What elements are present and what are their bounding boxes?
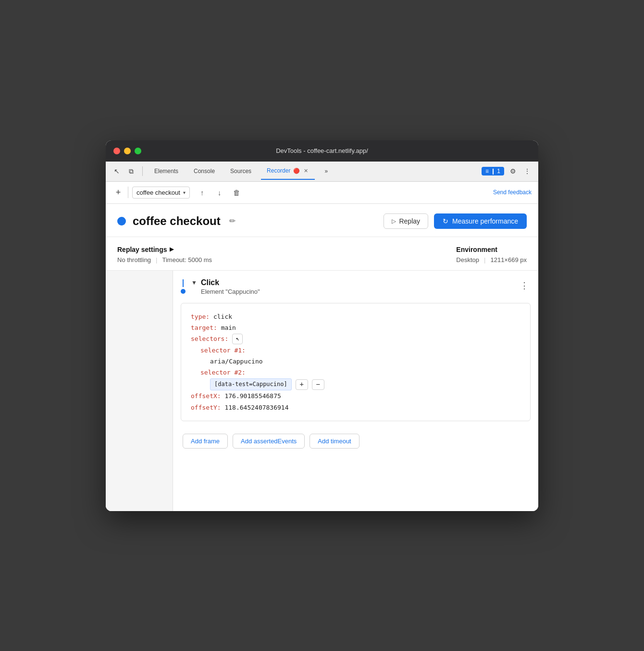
selector2-val-row: [data-test=Cappucino] + − [191,378,520,391]
send-feedback-link[interactable]: Send feedback [493,189,532,196]
delete-button[interactable]: 🗑 [230,186,244,199]
steps-area: ▼ Click Element "Cappucino" ⋮ type: clic… [106,271,538,511]
header-actions: ▷ Replay ↻ Measure performance [384,213,527,229]
inspect-icon: ↖ [236,334,239,344]
tab-sources[interactable]: Sources [224,163,257,180]
offsetx-key: offsetX: [191,392,221,400]
add-recording-button[interactable]: + [112,187,124,198]
settings-right: Environment Desktop | 1211×669 px [456,246,527,263]
step-header: ▼ Click Element "Cappucino" ⋮ [173,271,538,299]
offsety-row: offsetY: 118.6452407836914 [191,402,520,413]
close-button[interactable] [113,148,120,154]
play-icon: ▷ [392,218,396,225]
edit-icon[interactable]: ✏ [229,216,235,225]
replay-settings-title[interactable]: Replay settings ▶ [117,246,212,253]
offsety-key: offsetY: [191,404,221,411]
cursor-icon[interactable]: ↖ [111,166,122,176]
environment-details: Desktop | 1211×669 px [456,256,527,263]
inspect-selector-button[interactable]: ↖ [232,334,243,344]
selector1-val-row: aria/Cappucino [191,356,520,367]
minimize-button[interactable] [124,148,131,154]
step-title-row[interactable]: ▼ Click [191,278,518,287]
dimensions-label: 1211×669 px [490,256,527,263]
measure-label: Measure performance [452,217,518,225]
tab-more-area: ≡ ❙ 1 ⚙ ⋮ [482,165,533,177]
recording-select-label: coffee checkout [136,189,180,196]
settings-details: No throttling | Timeout: 5000 ms [117,256,212,263]
settings-separator: | [156,256,157,263]
import-button[interactable]: ↓ [213,186,226,199]
tab-more[interactable]: » [319,163,334,180]
step-more-button[interactable]: ⋮ [518,278,531,293]
arrow-icon: ▶ [170,246,173,252]
step-actions: Add frame Add assertedEvents Add timeout [173,429,538,456]
devtools-toolbar: ↖ ⧉ Elements Console Sources Recorder 🔴 … [106,162,538,182]
measure-performance-button[interactable]: ↻ Measure performance [434,213,527,229]
selector1-val: aria/Cappucino [210,358,263,365]
offsetx-row: offsetX: 176.90185546875 [191,390,520,401]
type-val: click [213,313,232,320]
rec-action-buttons: ↑ ↓ 🗑 [196,186,244,199]
add-timeout-button[interactable]: Add timeout [310,434,359,449]
tab-recorder[interactable]: Recorder 🔴 ✕ [261,163,315,180]
replay-label: Replay [399,217,420,225]
add-asserted-events-button[interactable]: Add assertedEvents [233,434,305,449]
prop-target-row: target: main [191,322,520,333]
toolbar-separator [142,166,143,176]
recorder-separator [128,187,128,198]
selector2-val: [data-test=Cappucino] [210,378,292,391]
step-content: ▼ Click Element "Cappucino" ⋮ type: clic… [173,271,538,511]
offsety-val: 118.6452407836914 [224,404,288,411]
step-dot [181,289,186,294]
selector1-key: selector #1: [200,347,246,354]
tab-console[interactable]: Console [188,163,221,180]
replay-button[interactable]: ▷ Replay [384,213,428,229]
selector-add-button[interactable]: + [296,379,308,390]
selector-remove-button[interactable]: − [312,379,324,390]
gear-icon[interactable]: ⚙ [508,165,518,177]
recording-select[interactable]: coffee checkout ▾ [132,187,190,199]
main-area: coffee checkout ✏ ▷ Replay ↻ Measure per… [106,204,538,511]
prop-type-row: type: click [191,311,520,322]
step-line [183,279,184,287]
timeout-label: Timeout: 5000 ms [162,256,212,263]
maximize-button[interactable] [135,148,141,154]
recording-name: coffee checkout [133,214,221,228]
selector2-row: selector #2: [191,367,520,378]
selector1-row: selector #1: [191,345,520,356]
prop-selectors-row: selectors: ↖ [191,333,520,344]
add-frame-button[interactable]: Add frame [183,434,228,449]
recorder-toolbar: + coffee checkout ▾ ↑ ↓ 🗑 Send feedback [106,182,538,204]
target-val: main [221,324,236,331]
selector2-key: selector #2: [200,369,246,376]
step-title: Click [201,278,219,287]
export-button[interactable]: ↑ [196,186,209,199]
step-thumbnail [106,271,173,511]
recorder-icon: 🔴 [293,168,300,174]
step-title-area: ▼ Click Element "Cappucino" [191,278,518,295]
badge-button[interactable]: ≡ ❙ 1 [482,167,504,175]
step-details-box: type: click target: main selectors: ↖ [181,303,531,422]
step-subtitle: Element "Cappucino" [191,288,518,295]
device-label: Desktop [456,256,479,263]
more-icon[interactable]: ⋮ [522,165,533,177]
step-indicator [181,279,186,294]
type-key: type: [191,313,210,320]
environment-title: Environment [456,246,527,253]
layers-icon[interactable]: ⧉ [126,166,136,176]
recorder-tab-close[interactable]: ✕ [303,167,309,175]
recording-indicator [117,217,126,225]
badge-icon: ≡ [485,168,489,175]
tab-elements[interactable]: Elements [149,163,184,180]
selectors-key: selectors: [191,333,228,344]
devtools-window: DevTools - coffee-cart.netlify.app/ ↖ ⧉ … [106,140,538,511]
settings-section: Replay settings ▶ No throttling | Timeou… [106,237,538,271]
titlebar: DevTools - coffee-cart.netlify.app/ [106,140,538,162]
traffic-lights [113,148,141,154]
measure-icon: ↻ [443,217,448,225]
window-title: DevTools - coffee-cart.netlify.app/ [276,147,368,154]
target-key: target: [191,324,217,331]
settings-left: Replay settings ▶ No throttling | Timeou… [117,246,212,263]
throttling-label: No throttling [117,256,151,263]
expand-icon: ▼ [191,279,197,286]
